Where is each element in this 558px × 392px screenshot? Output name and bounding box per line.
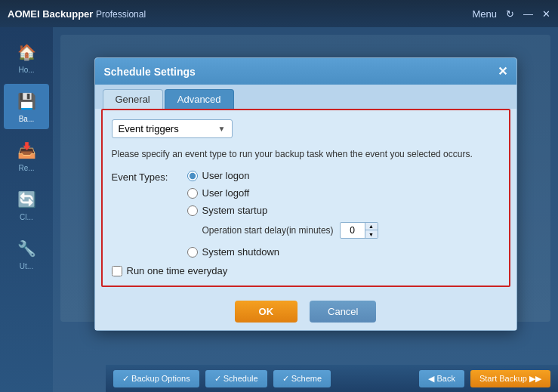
sidebar-label-clone: Cl... bbox=[20, 213, 33, 221]
sidebar-item-backup[interactable]: 💾 Ba... bbox=[4, 84, 49, 129]
dialog-title-bar: Schedule Settings ✕ bbox=[95, 58, 516, 85]
start-backup-button[interactable]: Start Backup ▶▶ bbox=[470, 370, 550, 387]
event-trigger-dropdown-wrapper: Event triggers ▼ bbox=[112, 119, 500, 138]
delay-spinners: ▲ ▼ bbox=[365, 223, 378, 238]
tab-general[interactable]: General bbox=[103, 89, 163, 109]
app-window: AOMEI Backupper Professional Menu ↻ — ✕ … bbox=[0, 0, 558, 392]
delay-decrement-button[interactable]: ▼ bbox=[365, 230, 378, 238]
home-icon: 🏠 bbox=[16, 42, 37, 63]
sidebar-label-utilities: Ut... bbox=[20, 262, 33, 270]
ok-button[interactable]: OK bbox=[235, 301, 298, 323]
radio-user-logon[interactable]: User logon bbox=[187, 170, 378, 181]
scheme-button[interactable]: ✓ Scheme bbox=[273, 370, 331, 387]
restore-icon: 📥 bbox=[16, 140, 37, 161]
delay-label: Operation start delay(in minutes) bbox=[202, 225, 334, 236]
dialog-tabs: General Advanced bbox=[95, 85, 516, 109]
sidebar-item-utilities[interactable]: 🔧 Ut... bbox=[4, 231, 49, 276]
close-app-button[interactable]: ✕ bbox=[542, 8, 550, 20]
checkbox-label-run-once: Run one time everyday bbox=[127, 265, 228, 276]
radio-label-system-startup: System startup bbox=[202, 205, 268, 216]
schedule-button[interactable]: ✓ Schedule bbox=[205, 370, 267, 387]
minimize-button[interactable]: — bbox=[523, 8, 533, 20]
main-content: Schedule Settings ✕ General Advanced bbox=[53, 27, 558, 392]
sidebar-label-backup: Ba... bbox=[19, 115, 35, 123]
backup-options-button[interactable]: ✓ Backup Options bbox=[113, 370, 199, 387]
menu-button[interactable]: Menu bbox=[472, 8, 497, 20]
app-name: AOMEI Backupper bbox=[8, 8, 93, 20]
title-bar: AOMEI Backupper Professional Menu ↻ — ✕ bbox=[0, 0, 558, 27]
delay-input-wrapper: ▲ ▼ bbox=[340, 222, 378, 239]
event-trigger-dropdown[interactable]: Event triggers ▼ bbox=[112, 119, 233, 138]
delay-input[interactable] bbox=[341, 224, 365, 237]
delay-row: Operation start delay(in minutes) ▲ ▼ bbox=[202, 222, 378, 239]
app-title: AOMEI Backupper Professional bbox=[8, 8, 472, 20]
dropdown-arrow-icon: ▼ bbox=[218, 125, 226, 133]
sidebar: 🏠 Ho... 💾 Ba... 📥 Re... 🔄 Cl... 🔧 Ut... bbox=[0, 27, 53, 392]
dialog-body: Event triggers ▼ Please specify an event… bbox=[101, 109, 510, 287]
app-edition: Professional bbox=[96, 9, 146, 20]
radio-input-system-shutdown[interactable] bbox=[187, 247, 198, 258]
radio-input-user-logoff[interactable] bbox=[187, 188, 198, 199]
event-types-section: Event Types: User logon User logoff bbox=[112, 170, 500, 258]
title-bar-controls: Menu ↻ — ✕ bbox=[472, 8, 550, 20]
schedule-settings-dialog: Schedule Settings ✕ General Advanced bbox=[94, 57, 517, 331]
refresh-icon[interactable]: ↻ bbox=[506, 8, 514, 20]
run-once-everyday-checkbox-label[interactable]: Run one time everyday bbox=[112, 265, 500, 276]
radio-input-system-startup[interactable] bbox=[187, 205, 198, 216]
dialog-footer: OK Cancel bbox=[95, 293, 516, 330]
radio-user-logoff[interactable]: User logoff bbox=[187, 187, 378, 199]
dropdown-value: Event triggers bbox=[119, 123, 179, 134]
clone-icon: 🔄 bbox=[16, 189, 37, 210]
backup-icon: 💾 bbox=[16, 91, 37, 112]
utilities-icon: 🔧 bbox=[16, 238, 37, 259]
event-trigger-description: Please specify an event type to run your… bbox=[112, 147, 500, 161]
tab-advanced[interactable]: Advanced bbox=[165, 89, 234, 109]
dialog-title: Schedule Settings bbox=[104, 66, 196, 78]
radio-label-system-shutdown: System shutdown bbox=[202, 246, 280, 258]
sidebar-label-restore: Re... bbox=[18, 164, 34, 172]
sidebar-label-home: Ho... bbox=[18, 66, 34, 74]
sidebar-item-home[interactable]: 🏠 Ho... bbox=[4, 35, 49, 80]
bottom-toolbar: ✓ Backup Options ✓ Schedule ✓ Scheme ◀ B… bbox=[106, 365, 558, 392]
radio-system-shutdown[interactable]: System shutdown bbox=[187, 246, 378, 258]
radio-label-user-logon: User logon bbox=[202, 170, 250, 181]
delay-increment-button[interactable]: ▲ bbox=[365, 223, 378, 230]
dialog-close-button[interactable]: ✕ bbox=[498, 64, 507, 79]
run-once-everyday-checkbox[interactable] bbox=[112, 266, 122, 276]
radio-label-user-logoff: User logoff bbox=[202, 187, 250, 199]
cancel-button[interactable]: Cancel bbox=[310, 301, 376, 323]
modal-overlay: Schedule Settings ✕ General Advanced bbox=[53, 27, 558, 392]
back-button[interactable]: ◀ Back bbox=[419, 370, 464, 387]
sidebar-item-restore[interactable]: 📥 Re... bbox=[4, 133, 49, 178]
event-types-label: Event Types: bbox=[112, 170, 180, 258]
radio-options-group: User logon User logoff System startup bbox=[187, 170, 378, 258]
sidebar-item-clone[interactable]: 🔄 Cl... bbox=[4, 182, 49, 227]
radio-input-user-logon[interactable] bbox=[187, 171, 198, 181]
radio-system-startup[interactable]: System startup bbox=[187, 205, 378, 216]
